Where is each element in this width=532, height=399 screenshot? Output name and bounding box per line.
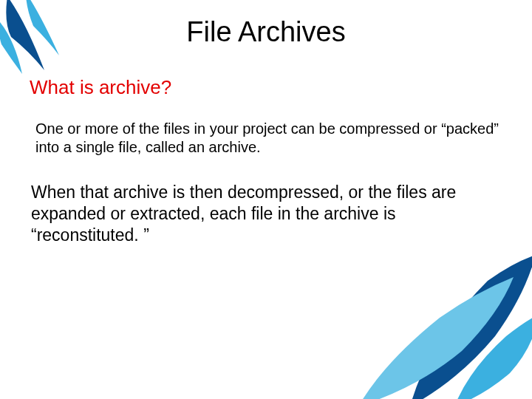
paragraph-1: One or more of the files in your project… xyxy=(35,120,502,157)
paragraph-2: When that archive is then decompressed, … xyxy=(31,182,460,245)
leaf-decoration-bottom-right xyxy=(340,251,532,399)
slide-content: File Archives What is archive? One or mo… xyxy=(0,0,532,245)
slide-title: File Archives xyxy=(30,16,502,48)
slide-subheading: What is archive? xyxy=(30,76,502,99)
